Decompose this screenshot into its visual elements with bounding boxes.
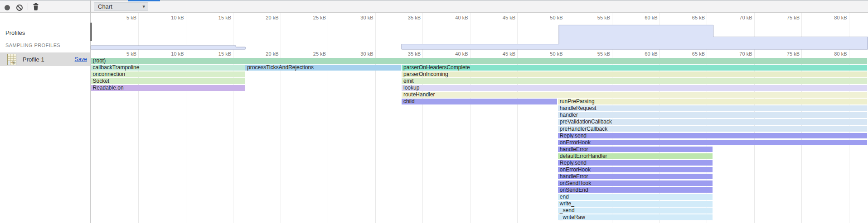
toolbar: Chart ▾ bbox=[0, 1, 868, 13]
flame-bar-readable-on[interactable]: Readable.on bbox=[91, 85, 245, 91]
flame-bar-onerrorhook[interactable]: onErrorHook bbox=[558, 167, 713, 173]
clear-all-icon[interactable] bbox=[16, 5, 23, 11]
flame-chart-pane[interactable]: 5 kB10 kB15 kB20 kB25 kB30 kB35 kB40 kB4… bbox=[91, 50, 868, 223]
axis-tick-label: 60 kB bbox=[621, 15, 658, 20]
axis-tick-label: 65 kB bbox=[669, 51, 705, 57]
axis-tick-label: 45 kB bbox=[479, 15, 515, 20]
sampling-profiles-section-label: SAMPLING PROFILES bbox=[5, 43, 60, 48]
flame-bar-processticksandrejections[interactable]: processTicksAndRejections bbox=[245, 65, 401, 71]
axis-tick-label: 30 kB bbox=[337, 15, 373, 20]
axis-tick-label: 80 kB bbox=[811, 15, 847, 20]
flame-bar-write[interactable]: write_ bbox=[558, 201, 713, 207]
axis-tick-label: 20 kB bbox=[242, 51, 279, 57]
axis-tick-label: 15 kB bbox=[195, 51, 231, 57]
axis-tick-label: 50 kB bbox=[527, 15, 563, 20]
flame-bar-socket[interactable]: Socket bbox=[91, 78, 245, 84]
axis-tick-label: 40 kB bbox=[432, 15, 468, 20]
range-selector-handle[interactable] bbox=[90, 23, 92, 41]
flame-bar-send[interactable]: _send bbox=[558, 208, 713, 214]
axis-tick-label: 15 kB bbox=[195, 15, 231, 20]
flame-bar-onerrorhook[interactable]: onErrorHook bbox=[558, 140, 867, 146]
flame-bar-callbacktrampoline[interactable]: callbackTrampoline bbox=[91, 65, 245, 71]
axis-tick-label: 75 kB bbox=[763, 51, 800, 57]
flame-bar-end[interactable]: end bbox=[558, 194, 713, 200]
axis-tick-label: 75 kB bbox=[763, 15, 800, 20]
axis-tick-label: 5 kB bbox=[100, 51, 136, 57]
axis-tick-label: 55 kB bbox=[574, 51, 610, 57]
axis-tick-label: 10 kB bbox=[148, 15, 184, 20]
axis-tick-label: 35 kB bbox=[384, 15, 421, 20]
gridline bbox=[281, 50, 281, 223]
flame-bar-onconnection[interactable]: onconnection bbox=[91, 71, 245, 77]
flame-bar-root[interactable]: (root) bbox=[91, 58, 867, 64]
gridline bbox=[328, 50, 328, 223]
flame-bar-writeraw[interactable]: _writeRaw bbox=[558, 214, 713, 220]
toolbar-divider bbox=[28, 3, 28, 10]
axis-tick-label: 25 kB bbox=[290, 51, 326, 57]
view-mode-value: Chart bbox=[98, 3, 112, 10]
flame-bar-runpreparsing[interactable]: runPreParsing bbox=[558, 99, 867, 104]
flame-bar-handleerror[interactable]: handleError bbox=[558, 147, 713, 152]
sidebar: Profiles SAMPLING PROFILES % Profile 1 S… bbox=[0, 13, 90, 223]
flame-bar-lookup[interactable]: lookup bbox=[402, 85, 867, 91]
save-link[interactable]: Save bbox=[75, 56, 87, 62]
flame-bar-child[interactable]: child bbox=[402, 99, 557, 104]
flame-bar-handlerequest[interactable]: handleRequest bbox=[558, 105, 867, 111]
axis-tick-label: 50 kB bbox=[527, 51, 563, 57]
memory-overview-area bbox=[91, 25, 868, 49]
axis-tick-label: 25 kB bbox=[290, 15, 326, 20]
axis-tick-label: 40 kB bbox=[432, 51, 468, 57]
flame-bar-onsendhook[interactable]: onSendHook bbox=[558, 180, 713, 186]
axis-tick-label: 60 kB bbox=[621, 51, 658, 57]
devtools-sampling-profiler: Chart ▾ Profiles SAMPLING PROFILES % Pro… bbox=[0, 0, 868, 223]
axis-tick-label: 45 kB bbox=[479, 51, 515, 57]
view-mode-select[interactable]: Chart ▾ bbox=[94, 2, 148, 11]
axis-tick-label: 5 kB bbox=[100, 15, 136, 20]
axis-tick-label: 70 kB bbox=[716, 15, 752, 20]
axis-tick-label: 80 kB bbox=[811, 51, 847, 57]
flame-bar-emit[interactable]: emit bbox=[402, 78, 867, 84]
axis-tick-label: 20 kB bbox=[242, 15, 279, 20]
profile-name: Profile 1 bbox=[23, 56, 44, 63]
trash-icon[interactable] bbox=[32, 3, 39, 11]
flame-bar-reply-send[interactable]: Reply.send bbox=[558, 133, 867, 139]
flame-bar-defaulterrorhandler[interactable]: defaultErrorHandler bbox=[558, 153, 713, 159]
axis-tick-label: 70 kB bbox=[716, 51, 752, 57]
sidebar-title: Profiles bbox=[5, 29, 25, 36]
axis-tick-label: 55 kB bbox=[574, 15, 610, 20]
flame-bar-handler[interactable]: handler bbox=[558, 112, 867, 118]
flame-bar-prehandlercallback[interactable]: preHandlerCallback bbox=[558, 126, 867, 132]
axis-tick-label: 10 kB bbox=[148, 51, 184, 57]
flame-bar-reply-send[interactable]: Reply.send bbox=[558, 160, 713, 166]
svg-text:%: % bbox=[11, 61, 15, 65]
flame-bar-prevalidationcallback[interactable]: preValidationCallback bbox=[558, 119, 867, 125]
axis-tick-label: 30 kB bbox=[337, 51, 373, 57]
sidebar-item-profile-1[interactable]: % Profile 1 Save bbox=[0, 52, 90, 66]
record-icon[interactable] bbox=[5, 5, 10, 10]
flame-bar-parseronincoming[interactable]: parserOnIncoming bbox=[402, 71, 867, 77]
overview-pane[interactable]: 5 kB10 kB15 kB20 kB25 kB30 kB35 kB40 kB4… bbox=[91, 13, 868, 50]
flame-bar-onsendend[interactable]: onSendEnd bbox=[558, 187, 713, 193]
axis-tick-label: 35 kB bbox=[384, 51, 421, 57]
top-accent-bar bbox=[128, 0, 160, 1]
axis-tick-label: 65 kB bbox=[669, 15, 705, 20]
flame-bar-handleerror[interactable]: handleError bbox=[558, 174, 713, 180]
profile-grid-icon: % bbox=[7, 54, 16, 65]
flame-bar-parseronheaderscomplete[interactable]: parserOnHeadersComplete bbox=[402, 65, 867, 71]
chevron-down-icon: ▾ bbox=[142, 3, 145, 10]
flame-bar-routehandler[interactable]: routeHandler bbox=[402, 92, 867, 98]
gridline bbox=[375, 50, 376, 223]
